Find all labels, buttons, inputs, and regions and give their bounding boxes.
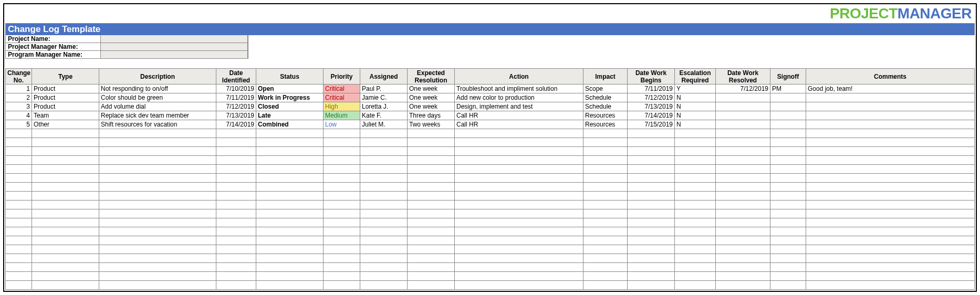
empty-cell[interactable]	[770, 236, 806, 245]
empty-cell[interactable]	[770, 129, 806, 138]
empty-cell[interactable]	[408, 281, 455, 290]
empty-cell[interactable]	[99, 218, 216, 227]
empty-cell[interactable]	[628, 156, 675, 165]
empty-cell[interactable]	[408, 147, 455, 156]
empty-cell[interactable]	[216, 209, 256, 218]
empty-cell[interactable]	[716, 263, 770, 272]
description-cell[interactable]: Not responding to on/off	[99, 85, 216, 93]
action-cell[interactable]: Call HR	[455, 120, 583, 129]
impact-cell[interactable]: Resources	[583, 120, 628, 129]
empty-cell[interactable]	[806, 129, 975, 138]
description-cell[interactable]: Shift resources for vacation	[99, 120, 216, 129]
empty-cell[interactable]	[806, 209, 975, 218]
empty-cell[interactable]	[716, 254, 770, 263]
empty-cell[interactable]	[806, 236, 975, 245]
empty-cell[interactable]	[628, 272, 675, 281]
empty-cell[interactable]	[360, 192, 408, 201]
empty-cell[interactable]	[770, 254, 806, 263]
empty-cell[interactable]	[216, 129, 256, 138]
work-resolved-cell[interactable]: 7/12/2019	[716, 85, 770, 93]
work-resolved-cell[interactable]	[716, 93, 770, 102]
empty-cell[interactable]	[806, 138, 975, 147]
priority-cell[interactable]: Low	[324, 120, 360, 129]
project-manager-field[interactable]	[101, 43, 248, 50]
empty-cell[interactable]	[455, 165, 583, 174]
empty-cell[interactable]	[32, 201, 99, 209]
description-cell[interactable]: Add volume dial	[99, 102, 216, 111]
type-cell[interactable]: Product	[32, 93, 99, 102]
empty-cell[interactable]	[6, 218, 32, 227]
empty-cell[interactable]	[806, 227, 975, 236]
empty-cell[interactable]	[806, 192, 975, 201]
empty-cell[interactable]	[716, 281, 770, 290]
empty-cell[interactable]	[770, 156, 806, 165]
empty-cell[interactable]	[675, 272, 716, 281]
empty-cell[interactable]	[32, 138, 99, 147]
empty-cell[interactable]	[770, 201, 806, 209]
empty-cell[interactable]	[583, 183, 628, 192]
assigned-cell[interactable]: Paul P.	[360, 85, 408, 93]
empty-cell[interactable]	[716, 192, 770, 201]
empty-cell[interactable]	[716, 227, 770, 236]
empty-cell[interactable]	[408, 227, 455, 236]
empty-cell[interactable]	[628, 263, 675, 272]
empty-cell[interactable]	[360, 156, 408, 165]
empty-cell[interactable]	[716, 218, 770, 227]
empty-cell[interactable]	[675, 174, 716, 183]
empty-cell[interactable]	[806, 281, 975, 290]
empty-cell[interactable]	[770, 218, 806, 227]
empty-cell[interactable]	[455, 201, 583, 209]
change-no-cell[interactable]: 3	[6, 102, 32, 111]
change-no-cell[interactable]: 2	[6, 93, 32, 102]
empty-cell[interactable]	[216, 218, 256, 227]
empty-cell[interactable]	[256, 272, 324, 281]
empty-cell[interactable]	[770, 272, 806, 281]
empty-cell[interactable]	[583, 138, 628, 147]
work-begins-cell[interactable]: 7/13/2019	[628, 102, 675, 111]
empty-cell[interactable]	[324, 165, 360, 174]
empty-cell[interactable]	[583, 201, 628, 209]
empty-cell[interactable]	[32, 174, 99, 183]
expected-cell[interactable]: One week	[408, 93, 455, 102]
empty-cell[interactable]	[32, 147, 99, 156]
work-resolved-cell[interactable]	[716, 102, 770, 111]
empty-cell[interactable]	[770, 183, 806, 192]
empty-cell[interactable]	[628, 254, 675, 263]
empty-cell[interactable]	[675, 165, 716, 174]
date-identified-cell[interactable]: 7/11/2019	[216, 93, 256, 102]
empty-cell[interactable]	[628, 165, 675, 174]
project-name-field[interactable]	[101, 35, 248, 43]
empty-cell[interactable]	[628, 183, 675, 192]
empty-cell[interactable]	[628, 138, 675, 147]
priority-cell[interactable]: High	[324, 102, 360, 111]
empty-cell[interactable]	[806, 147, 975, 156]
empty-cell[interactable]	[32, 254, 99, 263]
empty-cell[interactable]	[6, 245, 32, 254]
empty-cell[interactable]	[806, 174, 975, 183]
empty-cell[interactable]	[360, 165, 408, 174]
empty-cell[interactable]	[99, 147, 216, 156]
empty-cell[interactable]	[806, 245, 975, 254]
empty-cell[interactable]	[216, 236, 256, 245]
empty-cell[interactable]	[675, 192, 716, 201]
change-no-cell[interactable]: 5	[6, 120, 32, 129]
empty-cell[interactable]	[675, 209, 716, 218]
signoff-cell[interactable]	[770, 111, 806, 120]
empty-cell[interactable]	[360, 236, 408, 245]
empty-cell[interactable]	[675, 236, 716, 245]
empty-cell[interactable]	[99, 129, 216, 138]
empty-cell[interactable]	[806, 201, 975, 209]
empty-cell[interactable]	[6, 165, 32, 174]
assigned-cell[interactable]: Jamie C.	[360, 93, 408, 102]
date-identified-cell[interactable]: 7/10/2019	[216, 85, 256, 93]
empty-cell[interactable]	[455, 236, 583, 245]
empty-cell[interactable]	[675, 156, 716, 165]
empty-cell[interactable]	[6, 183, 32, 192]
empty-cell[interactable]	[455, 209, 583, 218]
date-identified-cell[interactable]: 7/14/2019	[216, 120, 256, 129]
empty-cell[interactable]	[583, 156, 628, 165]
empty-cell[interactable]	[324, 129, 360, 138]
empty-cell[interactable]	[455, 218, 583, 227]
empty-cell[interactable]	[716, 165, 770, 174]
signoff-cell[interactable]: PM	[770, 85, 806, 93]
